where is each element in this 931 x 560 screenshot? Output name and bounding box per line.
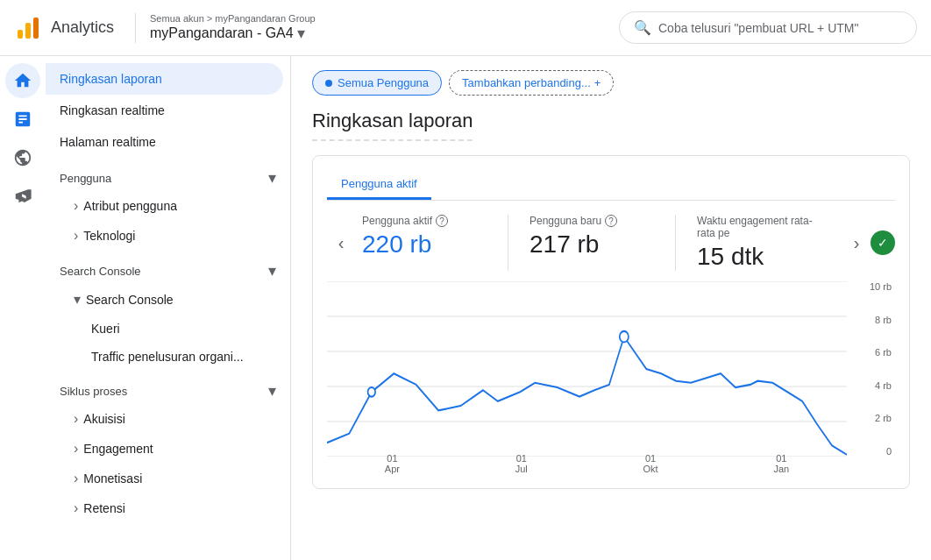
engagement-expand-icon: › [74,441,78,457]
breadcrumb: Semua akun > myPangandaran Group [150,13,316,24]
segment-bar: Semua Pengguna Tambahkan perbanding... + [312,70,910,96]
sidebar-section-siklus-proses[interactable]: Siklus proses ▾ [46,371,290,404]
rail-explore-icon[interactable] [5,140,40,175]
sidebar-section-pengguna[interactable]: Pengguna ▾ [46,158,290,191]
rail-advertising-icon[interactable] [5,179,40,214]
akuisisi-expand-icon: › [74,411,78,427]
account-dropdown-icon: ▾ [297,24,305,43]
sidebar-item-ringkasan-laporan[interactable]: Ringkasan laporan [46,63,283,95]
svg-point-9 [368,387,375,397]
sidebar-item-engagement[interactable]: › Engagement [46,434,283,464]
add-comparison-icon: + [594,76,601,89]
atribut-expand-icon: › [74,198,78,214]
sidebar: Ringkasan laporan Ringkasan realtime Hal… [46,56,291,560]
metric-pengguna-baru: Pengguna baru ? 217 rb [508,215,676,271]
next-metric-button[interactable]: › [842,229,871,257]
line-chart-svg [327,281,847,457]
metrics-row: Pengguna aktif ? 220 rb Pengguna baru ? … [355,215,842,271]
stats-card: Pengguna aktif ‹ Pengguna aktif ? 220 rb [312,155,910,489]
main-layout: Ringkasan laporan Ringkasan realtime Hal… [0,56,931,560]
metric-pengguna-aktif: Pengguna aktif ? 220 rb [355,215,508,271]
x-label-okt: 01 Okt [643,453,658,474]
search-icon: 🔍 [634,19,651,36]
logo-text: Analytics [51,18,114,37]
sidebar-item-retensi[interactable]: › Retensi [46,493,283,523]
y-label-3: 4 rb [875,380,892,391]
metric-value-pengguna-aktif: 220 rb [362,230,487,259]
svg-point-10 [620,331,629,343]
rail-reports-icon[interactable] [5,102,40,137]
y-label-2: 6 rb [875,347,892,358]
sidebar-item-halaman-realtime[interactable]: Halaman realtime [46,126,283,158]
svg-rect-2 [33,18,39,39]
sidebar-item-traffic-penelusuran[interactable]: Traffic penelusuran organi... [46,343,283,371]
sidebar-item-teknologi[interactable]: › Teknologi [46,221,283,251]
search-console-expand-icon: ▾ [268,261,276,280]
stats-tabs: Pengguna aktif [327,170,895,201]
logo: Analytics [14,14,114,42]
tab-pengguna-aktif[interactable]: Pengguna aktif [327,170,431,200]
retensi-expand-icon: › [74,500,78,516]
sidebar-item-akuisisi[interactable]: › Akuisisi [46,404,283,434]
sidebar-item-ringkasan-realtime[interactable]: Ringkasan realtime [46,95,283,126]
y-label-5: 0 [886,446,892,457]
chart-y-labels: 10 rb 8 rb 6 rb 4 rb 2 rb 0 [851,281,895,457]
y-label-4: 2 rb [875,413,892,423]
account-title: Semua akun > myPangandaran Group myPanga… [135,13,316,43]
x-label-apr: 01 Apr [385,453,400,474]
analytics-logo-icon [14,14,42,42]
add-comparison-button[interactable]: Tambahkan perbanding... + [449,70,614,96]
check-status-icon: ✓ [871,230,895,255]
segment-dot [325,80,332,87]
prev-metric-button[interactable]: ‹ [327,229,355,257]
page-title: Ringkasan laporan [312,110,473,141]
metrics-row-container: ‹ Pengguna aktif ? 220 rb Pengguna baru [327,215,895,271]
siklus-proses-expand-icon: ▾ [268,381,276,401]
teknologi-expand-icon: › [74,228,78,244]
y-label-1: 8 rb [875,315,892,325]
chart-svg-area [327,281,847,457]
main-content: Semua Pengguna Tambahkan perbanding... +… [291,56,931,560]
sidebar-item-search-console-sub[interactable]: ▾ Search Console [46,284,283,315]
x-label-jul: 01 Jul [515,453,528,474]
sidebar-item-kueri[interactable]: Kueri [46,315,283,343]
rail-home-icon[interactable] [5,63,40,98]
chart-container: 10 rb 8 rb 6 rb 4 rb 2 rb 0 [327,281,895,474]
account-name-button[interactable]: myPangandaran - GA4 ▾ [150,24,316,43]
monetisasi-expand-icon: › [74,471,78,486]
chart-x-labels: 01 Apr 01 Jul 01 Okt 01 Jan [327,453,847,474]
svg-rect-1 [25,23,31,39]
y-label-0: 10 rb [870,281,892,292]
segment-pill-semua-pengguna[interactable]: Semua Pengguna [312,70,442,96]
svg-rect-0 [18,30,23,39]
sidebar-item-atribut-pengguna[interactable]: › Atribut pengguna [46,191,283,221]
header: Analytics Semua akun > myPangandaran Gro… [0,0,931,56]
sc-sub-expand-icon: ▾ [74,291,81,308]
sidebar-section-search-console[interactable]: Search Console ▾ [46,251,290,284]
search-bar[interactable]: 🔍 Coba telusuri "pembuat URL + UTM" [619,11,917,44]
sidebar-item-monetisasi[interactable]: › Monetisasi [46,464,283,493]
metric-value-waktu-engagement: 15 dtk [697,243,821,271]
metric-help-icon-2[interactable]: ? [605,215,617,227]
pengguna-expand-icon: ▾ [268,168,276,188]
icon-rail [0,56,46,560]
metric-value-pengguna-baru: 217 rb [529,230,654,259]
metric-waktu-engagement: Waktu engagement rata-rata pe 15 dtk [676,215,842,271]
metric-help-icon-1[interactable]: ? [436,215,448,227]
search-placeholder-text: Coba telusuri "pembuat URL + UTM" [658,21,858,35]
x-label-jan: 01 Jan [773,453,789,474]
